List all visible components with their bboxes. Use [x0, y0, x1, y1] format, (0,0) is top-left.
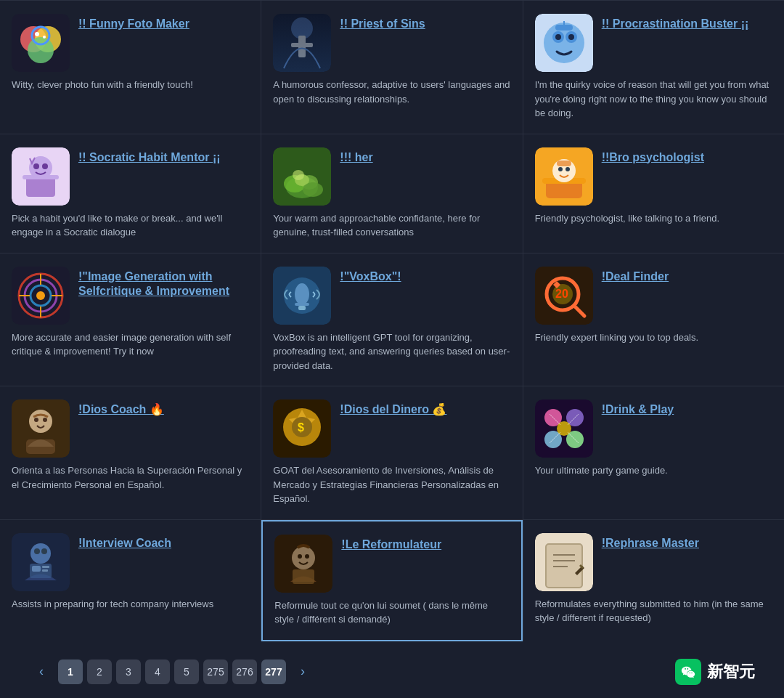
pagination-controls: ‹ 1 2 3 4 5 275 276 277 ›: [29, 660, 315, 684]
page-276-button[interactable]: 276: [232, 660, 257, 684]
card-title-rephrase-master[interactable]: !Rephrase Master: [602, 536, 699, 551]
svg-point-75: [30, 543, 51, 564]
card-header-priest-of-sins: !! Priest of Sins: [273, 14, 510, 72]
card-desc-rephrase-master: Reformulates everything submitted to him…: [535, 597, 772, 625]
wechat-icon: [675, 659, 701, 685]
svg-point-3: [28, 37, 54, 63]
card-title-funny-foto[interactable]: !! Funny Foto Maker: [78, 17, 189, 32]
page-3-button[interactable]: 3: [116, 660, 141, 684]
pagination-bar: ‹ 1 2 3 4 5 275 276 277 › 新智元: [0, 641, 784, 699]
card-her: !!! herYour warm and approachable confid…: [261, 134, 522, 253]
card-header-dios-coach: !Dios Coach 🔥: [12, 399, 249, 458]
svg-point-44: [36, 291, 45, 300]
svg-rect-77: [32, 566, 41, 572]
card-title-reformulateur[interactable]: !Le Reformulateur: [341, 537, 441, 553]
card-rephrase-master: !Rephrase MasterReformulates everything …: [523, 520, 784, 641]
card-interview-coach: !Interview CoachAssists in preparing for…: [0, 520, 261, 641]
svg-point-16: [555, 34, 561, 40]
card-header-reformulateur: !Le Reformulateur: [274, 535, 509, 593]
svg-rect-39: [557, 161, 571, 166]
page-4-button[interactable]: 4: [145, 660, 170, 684]
card-voxbox: !"VoxBox"!VoxBox is an intelligent GPT t…: [261, 253, 522, 386]
card-dios-dinero: $ !Dios del Dinero 💰GOAT del Asesoramien…: [261, 386, 522, 519]
svg-rect-84: [293, 569, 314, 584]
svg-text:20: 20: [555, 288, 568, 300]
card-image-dios-coach: [12, 399, 70, 458]
card-image-her: [273, 147, 331, 206]
card-image-voxbox: [273, 267, 331, 325]
card-title-bro-psychologist[interactable]: !!Bro psychologist: [602, 150, 704, 166]
svg-point-81: [41, 548, 47, 554]
card-title-priest-of-sins[interactable]: !! Priest of Sins: [340, 17, 425, 32]
card-funny-foto: !! Funny Foto MakerWitty, clever photo f…: [0, 1, 261, 134]
svg-rect-11: [273, 14, 331, 72]
card-header-interview-coach: !Interview Coach: [12, 533, 249, 591]
svg-point-80: [34, 548, 40, 554]
card-title-her[interactable]: !!! her: [340, 150, 372, 166]
svg-point-17: [568, 34, 574, 40]
card-procrastination-buster: !! Procrastination Buster ¡¡I'm the quir…: [523, 1, 784, 134]
page-1-button[interactable]: 1: [58, 660, 83, 684]
page-2-button[interactable]: 2: [87, 660, 112, 684]
card-title-drink-play[interactable]: !Drink & Play: [602, 402, 674, 418]
card-image-deal-finder: 20: [535, 267, 593, 325]
svg-point-32: [293, 170, 304, 180]
card-socratic-habit: !! Socratic Habit Mentor ¡¡Pick a habit …: [0, 134, 261, 253]
card-image-bro-psychologist: [535, 147, 593, 206]
card-image-funny-foto: [12, 14, 70, 72]
svg-rect-21: [26, 176, 55, 197]
card-header-image-generation: !"Image Generation with Selfcritique & I…: [12, 267, 249, 325]
svg-point-38: [565, 167, 570, 171]
card-header-procrastination-buster: !! Procrastination Buster ¡¡: [535, 14, 772, 72]
card-desc-voxbox: VoxBox is an intelligent GPT tool for or…: [273, 330, 510, 373]
card-desc-bro-psychologist: Friendly psychologist, like talking to a…: [535, 211, 772, 226]
card-desc-interview-coach: Assists in preparing for tech company in…: [12, 597, 249, 612]
card-title-dios-coach[interactable]: !Dios Coach 🔥: [78, 402, 164, 418]
card-desc-her: Your warm and approachable confidante, h…: [273, 211, 510, 240]
svg-rect-53: [298, 306, 306, 310]
svg-point-31: [303, 182, 323, 197]
card-title-procrastination-buster[interactable]: !! Procrastination Buster ¡¡: [602, 17, 749, 32]
card-desc-deal-finder: Friendly expert linking you to top deals…: [535, 330, 772, 345]
card-desc-image-generation: More accurate and easier image generatio…: [12, 330, 249, 359]
card-title-interview-coach[interactable]: !Interview Coach: [78, 536, 171, 551]
card-image-rephrase-master: [535, 533, 593, 591]
card-reformulateur: !Le ReformulateurReformule tout ce qu'on…: [261, 520, 522, 641]
card-header-socratic-habit: !! Socratic Habit Mentor ¡¡: [12, 147, 249, 206]
card-image-generation: !"Image Generation with Selfcritique & I…: [0, 253, 261, 386]
card-desc-dios-coach: Orienta a las Personas Hacia la Superaci…: [12, 463, 249, 492]
brand-logo: 新智元: [675, 659, 755, 685]
card-desc-priest-of-sins: A humorous confessor, adaptive to users'…: [273, 78, 510, 106]
brand-name: 新智元: [707, 661, 755, 683]
svg-text:$: $: [298, 421, 304, 434]
card-header-dios-dinero: $ !Dios del Dinero 💰: [273, 399, 510, 458]
card-title-voxbox[interactable]: !"VoxBox"!: [340, 269, 401, 285]
svg-point-25: [42, 163, 48, 169]
page-5-button[interactable]: 5: [174, 660, 199, 684]
prev-page-button[interactable]: ‹: [29, 660, 54, 684]
svg-rect-18: [555, 25, 573, 31]
page-275-button[interactable]: 275: [203, 660, 228, 684]
card-title-deal-finder[interactable]: !Deal Finder: [602, 269, 669, 285]
svg-point-37: [558, 167, 563, 171]
svg-rect-78: [42, 566, 49, 568]
svg-point-23: [29, 156, 52, 179]
card-image-priest-of-sins: [273, 14, 331, 72]
svg-point-83: [292, 546, 315, 569]
svg-point-51: [295, 283, 309, 305]
card-grid: !! Funny Foto MakerWitty, clever photo f…: [0, 0, 784, 641]
next-page-button[interactable]: ›: [290, 660, 315, 684]
card-title-socratic-habit[interactable]: !! Socratic Habit Mentor ¡¡: [78, 150, 221, 166]
svg-point-60: [29, 410, 52, 433]
svg-point-86: [305, 554, 309, 559]
card-bro-psychologist: !!Bro psychologistFriendly psychologist,…: [523, 134, 784, 253]
card-deal-finder: 20 !Deal FinderFriendly expert linking y…: [523, 253, 784, 386]
card-desc-reformulateur: Reformule tout ce qu'on lui soumet ( dan…: [274, 598, 509, 627]
card-title-image-generation[interactable]: !"Image Generation with Selfcritique & I…: [78, 269, 249, 300]
card-title-dios-dinero[interactable]: !Dios del Dinero 💰: [340, 402, 446, 418]
card-header-funny-foto: !! Funny Foto Maker: [12, 14, 249, 72]
svg-rect-79: [42, 569, 48, 572]
card-desc-dios-dinero: GOAT del Asesoramiento de Inversiones, A…: [273, 463, 510, 506]
card-image-interview-coach: [12, 533, 70, 591]
page-277-button[interactable]: 277: [261, 660, 286, 684]
